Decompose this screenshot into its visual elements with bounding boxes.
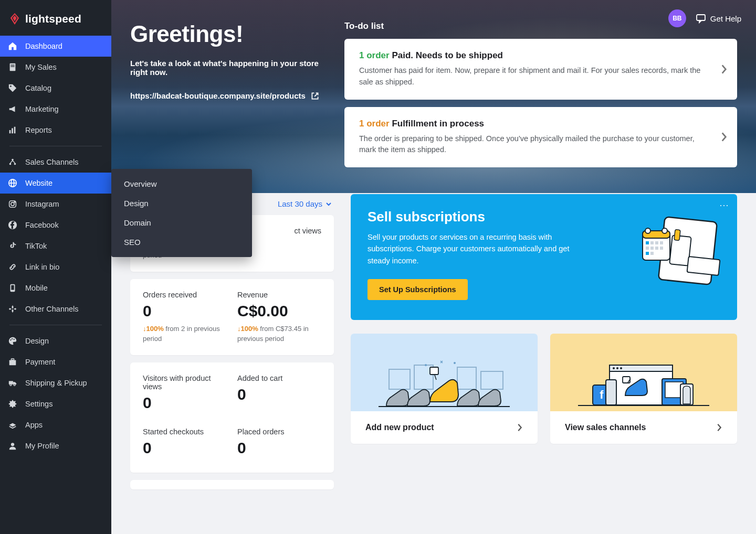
sales-channels-illustration: f xyxy=(550,334,737,411)
sidebar-label: Sales Channels xyxy=(25,158,79,166)
svg-rect-22 xyxy=(11,359,14,360)
svg-rect-31 xyxy=(687,257,720,275)
stat-delta-pct: 100% xyxy=(146,325,164,333)
todo-status: Fulfillment in process xyxy=(392,119,484,129)
svg-point-35 xyxy=(662,228,667,233)
svg-rect-38 xyxy=(655,241,658,244)
sidebar-item-shipping-pickup[interactable]: Shipping & Pickup xyxy=(0,372,111,393)
svg-point-18 xyxy=(10,339,11,340)
chevron-right-icon xyxy=(716,423,722,432)
stat-delta-pct: 100% xyxy=(241,325,258,333)
svg-rect-55 xyxy=(610,365,673,371)
action-label: Add new product xyxy=(365,423,434,432)
other-icon xyxy=(7,304,18,314)
sidebar-label: TikTok xyxy=(25,242,47,250)
sidebar-item-apps[interactable]: Apps xyxy=(0,414,111,435)
action-view-sales-channels[interactable]: f View sales channels xyxy=(550,334,737,444)
gear-icon xyxy=(7,399,18,409)
sidebar-item-other-channels[interactable]: Other Channels xyxy=(0,298,111,319)
sidebar-item-instagram[interactable]: Instagram xyxy=(0,194,111,215)
brand[interactable]: lightspeed xyxy=(0,0,111,36)
promo-subscriptions: ⋯ Sell subscriptions Sell your products … xyxy=(351,194,737,320)
setup-subscriptions-button[interactable]: Set Up Subscriptions xyxy=(368,279,468,300)
sidebar-item-tiktok[interactable]: TikTok xyxy=(0,236,111,257)
svg-point-25 xyxy=(14,384,15,386)
action-add-product[interactable]: Add new product xyxy=(351,334,538,444)
svg-rect-62 xyxy=(606,380,616,405)
nav: Dashboard My Sales Catalog Marketing Rep… xyxy=(0,36,111,534)
svg-rect-41 xyxy=(650,247,654,250)
sidebar-item-sales-channels[interactable]: Sales Channels xyxy=(0,152,111,173)
submenu-item-domain[interactable]: Domain xyxy=(111,213,252,232)
sidebar-label: Facebook xyxy=(25,221,59,229)
bar-chart-icon xyxy=(7,125,18,135)
chevron-right-icon xyxy=(517,423,523,432)
svg-rect-46 xyxy=(389,369,410,389)
promo-title: Sell subscriptions xyxy=(368,209,572,225)
svg-point-51 xyxy=(425,364,427,366)
sidebar-item-settings[interactable]: Settings xyxy=(0,393,111,414)
chevron-right-icon xyxy=(720,131,728,143)
sidebar-item-dashboard[interactable]: Dashboard xyxy=(0,36,111,57)
sidebar-item-website[interactable]: Website xyxy=(0,173,111,194)
sidebar: lightspeed Dashboard My Sales Catalog Ma… xyxy=(0,0,111,534)
svg-point-52 xyxy=(454,362,456,364)
sidebar-item-payment[interactable]: Payment xyxy=(0,351,111,372)
sidebar-item-my-profile[interactable]: My Profile xyxy=(0,435,111,456)
svg-rect-2 xyxy=(10,66,14,67)
stat-label: Placed orders xyxy=(237,428,321,436)
todo-count: 1 order xyxy=(359,119,390,129)
sidebar-item-marketing[interactable]: Marketing xyxy=(0,99,111,120)
period-label: Last 30 days xyxy=(278,199,322,208)
subscription-illustration xyxy=(635,210,724,289)
add-product-illustration xyxy=(351,334,538,411)
truck-icon xyxy=(7,378,18,388)
stat-label: Revenue xyxy=(237,291,321,299)
sidebar-label: Settings xyxy=(25,400,52,408)
sidebar-item-facebook[interactable]: Facebook xyxy=(0,215,111,236)
external-link-icon xyxy=(311,92,319,100)
svg-point-3 xyxy=(10,86,12,87)
svg-point-57 xyxy=(616,367,618,369)
svg-rect-43 xyxy=(660,247,663,250)
todo-card-paid[interactable]: 1 order Paid. Needs to be shipped Custom… xyxy=(344,39,737,100)
apps-icon xyxy=(7,420,18,430)
store-url-link[interactable]: https://badcat-boutique.company.site/pro… xyxy=(130,91,319,100)
svg-point-24 xyxy=(10,384,12,386)
svg-rect-1 xyxy=(10,65,14,66)
svg-point-20 xyxy=(14,339,15,340)
website-submenu: Overview Design Domain SEO xyxy=(111,169,252,257)
stat-label: Orders received xyxy=(143,291,227,299)
sidebar-item-design[interactable]: Design xyxy=(0,330,111,351)
sidebar-item-link-in-bio[interactable]: Link in bio xyxy=(0,257,111,277)
action-label: View sales channels xyxy=(565,423,646,432)
sidebar-item-mobile[interactable]: Mobile xyxy=(0,277,111,298)
submenu-item-seo[interactable]: SEO xyxy=(111,232,252,252)
briefcase-icon xyxy=(7,357,18,367)
stat-value: 0 xyxy=(237,439,321,457)
sidebar-label: Reports xyxy=(25,126,52,134)
receipt-icon xyxy=(7,62,18,72)
svg-rect-44 xyxy=(646,252,649,255)
sidebar-item-reports[interactable]: Reports xyxy=(0,120,111,141)
todo-card-fulfillment[interactable]: 1 order Fulfillment in process The order… xyxy=(344,107,737,168)
main: BB Get Help Greetings! Let's take a look… xyxy=(111,0,756,534)
brand-name: lightspeed xyxy=(25,13,81,25)
sidebar-item-my-sales[interactable]: My Sales xyxy=(0,57,111,78)
svg-rect-50 xyxy=(430,367,438,375)
svg-rect-36 xyxy=(646,241,649,244)
svg-rect-42 xyxy=(655,247,658,250)
sidebar-label: Catalog xyxy=(25,84,51,92)
svg-point-13 xyxy=(11,202,14,206)
stat-value: 0 xyxy=(143,302,227,320)
submenu-item-design[interactable]: Design xyxy=(111,194,252,213)
svg-rect-0 xyxy=(10,63,16,71)
sidebar-item-catalog[interactable]: Catalog xyxy=(0,78,111,99)
more-icon[interactable]: ⋯ xyxy=(719,199,730,211)
submenu-item-overview[interactable]: Overview xyxy=(111,174,252,194)
svg-rect-30 xyxy=(674,230,680,241)
sidebar-label: Shipping & Pickup xyxy=(25,379,87,387)
sidebar-label: Design xyxy=(25,337,49,345)
nav-divider xyxy=(9,146,102,146)
stat-card-funnel: Visitors with product views 0 Added to c… xyxy=(130,362,334,473)
